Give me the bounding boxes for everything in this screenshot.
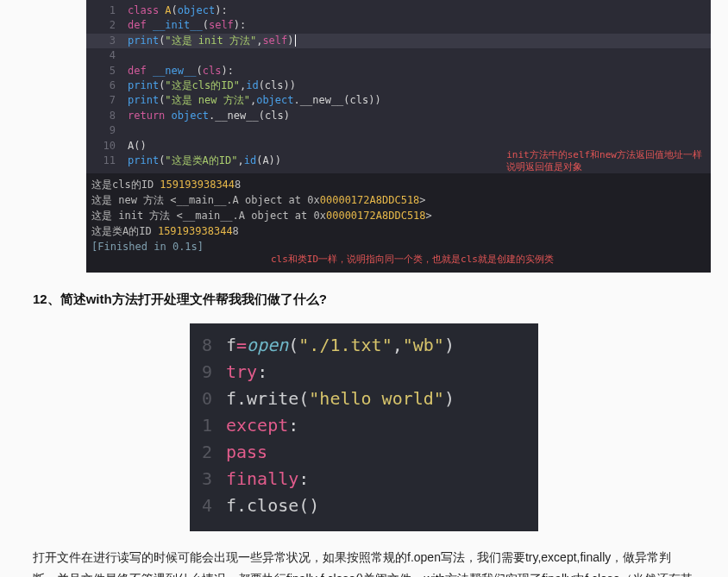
output-line: 这是cls的ID 1591939383448 xyxy=(91,177,706,192)
code-content: finally: xyxy=(226,466,309,492)
code-content: f.close() xyxy=(226,492,319,519)
code-line: 7 print("这是 new 方法",object.__new__(cls)) xyxy=(86,93,711,108)
code-line: 9 xyxy=(86,123,711,138)
line-number: 0 xyxy=(190,386,212,412)
code-content: A() xyxy=(128,139,147,154)
line-number: 4 xyxy=(97,48,116,63)
line-number: 2 xyxy=(97,18,116,33)
code-line: 8 return object.__new__(cls) xyxy=(86,109,711,123)
code-line: 3finally: xyxy=(190,466,518,492)
code-content: class A(object): xyxy=(128,3,228,18)
output-line: 这是 new 方法 <__main__.A object at 0x000001… xyxy=(91,192,706,208)
line-number: 8 xyxy=(97,109,116,123)
code-line: 5 def __new__(cls): xyxy=(86,64,711,78)
code-content: print("这是cls的ID",id(cls)) xyxy=(128,78,296,93)
line-number: 1 xyxy=(97,3,116,18)
line-number: 3 xyxy=(97,34,116,48)
code-content: print("这是类A的ID",id(A)) xyxy=(128,154,281,168)
code-line: 9try: xyxy=(190,359,518,386)
question-12-body: 打开文件在进行读写的时候可能会出现一些异常状况，如果按照常规的f.open写法，… xyxy=(33,547,695,577)
code-editor-1: 1class A(object):2 def __init__(self):3 … xyxy=(86,0,711,173)
annotation-text: 说明返回值是对象 xyxy=(506,161,702,173)
code-line: 2 pass xyxy=(190,439,518,466)
code-content: try: xyxy=(226,359,267,386)
code-content: pass xyxy=(226,439,267,466)
code-content: def __init__(self): xyxy=(128,18,246,33)
code-content: print("这是 init 方法",self) xyxy=(128,34,296,48)
output-line: 这是 init 方法 <__main__.A object at 0x00000… xyxy=(91,208,706,223)
code-content: return object.__new__(cls) xyxy=(128,109,290,123)
code-content: except: xyxy=(226,412,298,439)
code-line: 1class A(object): xyxy=(86,3,711,18)
code-line: 6 print("这是cls的ID",id(cls)) xyxy=(86,78,711,93)
code-content: f=open("./1.txt","wb") xyxy=(226,332,455,359)
code-content: print("这是 new 方法",object.__new__(cls)) xyxy=(128,93,381,108)
code-line: 3 print("这是 init 方法",self) xyxy=(86,34,711,48)
line-number: 5 xyxy=(97,64,116,78)
line-number: 7 xyxy=(97,93,116,108)
line-number: 10 xyxy=(97,139,116,154)
code-output-1: init方法中的self和new方法返回值地址一样 说明返回值是对象 这是cls… xyxy=(86,173,711,273)
line-number: 2 xyxy=(190,439,212,466)
line-number: 9 xyxy=(190,359,212,386)
line-number: 11 xyxy=(97,154,116,168)
question-12-title: 12、简述with方法打开处理文件帮我我们做了什么? xyxy=(33,292,728,308)
code-line: 8f=open("./1.txt","wb") xyxy=(190,332,518,359)
line-number: 9 xyxy=(97,123,116,138)
annotation-text: init方法中的self和new方法返回值地址一样 xyxy=(506,149,702,161)
line-number: 8 xyxy=(190,332,212,359)
code-line: 4 xyxy=(86,48,711,63)
line-number: 6 xyxy=(97,78,116,93)
output-line: 这是类A的ID 1591939383448 xyxy=(91,223,706,239)
line-number: 1 xyxy=(190,412,212,439)
code-content: f.write("hello world") xyxy=(226,386,455,412)
annotation-bottom: cls和类ID一样，说明指向同一个类，也就是cls就是创建的实例类 xyxy=(271,253,706,267)
line-number: 3 xyxy=(190,466,212,492)
code-content: def __new__(cls): xyxy=(128,64,234,78)
line-number: 4 xyxy=(190,492,212,519)
code-line: 1except: xyxy=(190,412,518,439)
code-line: 4 f.close() xyxy=(190,492,518,519)
code-editor-2: 8f=open("./1.txt","wb")9try:0 f.write("h… xyxy=(190,323,538,531)
annotation-right: init方法中的self和new方法返回值地址一样 说明返回值是对象 xyxy=(506,149,702,173)
code-line: 0 f.write("hello world") xyxy=(190,386,518,412)
code-line: 2 def __init__(self): xyxy=(86,18,711,33)
